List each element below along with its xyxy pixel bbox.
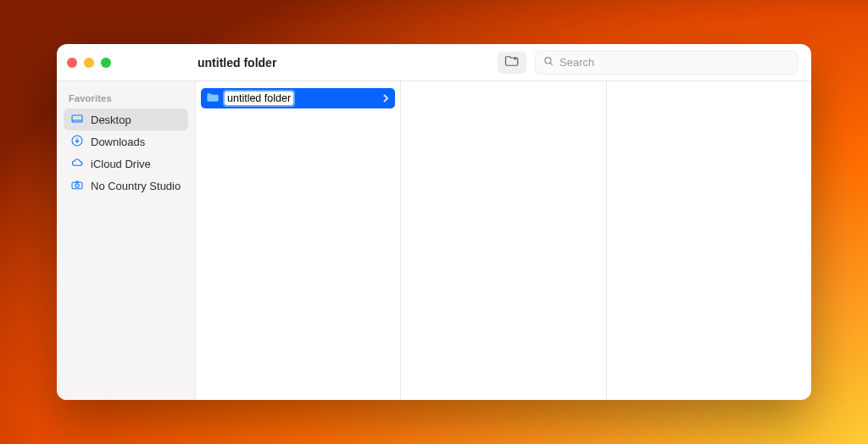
svg-point-0 (545, 57, 551, 63)
sidebar-item-label: No Country Studio (91, 180, 181, 192)
search-field[interactable] (535, 51, 798, 75)
window-body: Favorites Desktop Downloads iCloud Drive (57, 81, 811, 400)
sidebar-item-desktop[interactable]: Desktop (64, 108, 188, 130)
column-view: untitled folder (196, 81, 811, 400)
sidebar: Favorites Desktop Downloads iCloud Drive (57, 81, 196, 400)
cloud-icon (70, 156, 84, 172)
sidebar-item-label: iCloud Drive (91, 158, 151, 170)
titlebar: untitled folder (57, 44, 811, 81)
finder-window: untitled folder Favorites D (57, 44, 811, 400)
camera-icon (70, 178, 84, 194)
search-icon (542, 55, 554, 70)
svg-rect-1 (72, 115, 82, 122)
window-title: untitled folder (198, 56, 276, 69)
sidebar-item-no-country-studio[interactable]: No Country Studio (64, 175, 188, 197)
folder-icon (206, 91, 220, 106)
zoom-window-button[interactable] (101, 58, 111, 68)
file-row-untitled-folder[interactable]: untitled folder (201, 88, 395, 108)
folder-plus-icon (504, 53, 520, 72)
svg-point-4 (75, 183, 79, 186)
sidebar-section-favorites: Favorites (64, 90, 188, 108)
column-1[interactable]: untitled folder (196, 81, 401, 400)
desktop-icon (70, 112, 84, 128)
window-controls (67, 58, 194, 68)
close-window-button[interactable] (67, 58, 77, 68)
toolbar-right (498, 51, 801, 75)
sidebar-item-icloud-drive[interactable]: iCloud Drive (64, 153, 188, 175)
sidebar-item-label: Desktop (91, 114, 131, 126)
chevron-right-icon (381, 91, 390, 106)
column-3[interactable] (607, 81, 811, 400)
column-2[interactable] (401, 81, 606, 400)
sidebar-item-downloads[interactable]: Downloads (64, 130, 188, 153)
sidebar-item-label: Downloads (91, 136, 145, 148)
new-folder-button[interactable] (498, 52, 526, 74)
search-input[interactable] (559, 56, 790, 69)
download-icon (70, 134, 84, 150)
minimize-window-button[interactable] (84, 58, 94, 68)
file-name-editing[interactable]: untitled folder (225, 92, 293, 105)
